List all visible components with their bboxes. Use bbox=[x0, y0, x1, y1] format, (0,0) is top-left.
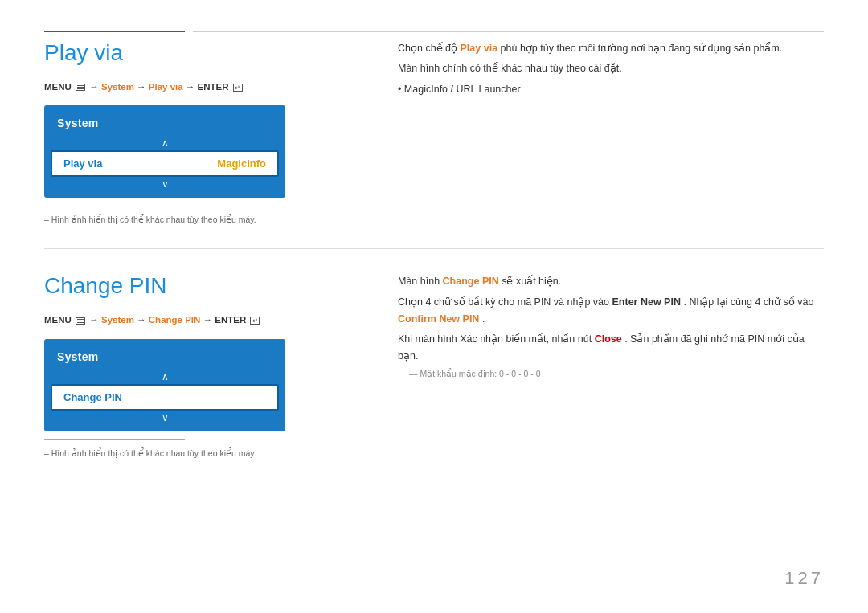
section-change-pin: Change PIN MENU → System → Change PIN → … bbox=[44, 273, 824, 457]
item-label-playvia: Play via bbox=[63, 157, 102, 170]
section-play-via: Play via MENU → System → Play via → ENTE… bbox=[44, 40, 824, 224]
section1-menu-path: MENU → System → Play via → ENTER ↵ bbox=[44, 80, 358, 94]
bullet-urllauncher: URL Launcher bbox=[457, 84, 521, 95]
section1-image-note: – Hình ảnh hiển thị có thể khác nhau tùy… bbox=[44, 215, 358, 224]
section2-right: Màn hình Change PIN sẽ xuất hiện. Chọn 4… bbox=[382, 273, 824, 457]
page-number: 127 bbox=[784, 568, 824, 589]
section1-desc2: Màn hình chính có thể khác nhau tùy theo… bbox=[398, 60, 824, 77]
section2-title: Change PIN bbox=[44, 273, 358, 299]
menu-item-changepin: Change PIN bbox=[51, 384, 279, 411]
top-rule-left bbox=[44, 31, 185, 32]
arrow-down-2: ∨ bbox=[44, 411, 285, 425]
menu-item-playvia: Play via MagicInfo bbox=[51, 150, 279, 177]
section2-desc2: Chọn 4 chữ số bất kỳ cho mã PIN và nhập … bbox=[398, 294, 824, 329]
arrow-up-1: ∧ bbox=[44, 136, 285, 150]
system-menu-mockup-2: System ∧ Change PIN ∨ bbox=[44, 339, 285, 431]
path-changepin: Change PIN bbox=[149, 315, 201, 325]
section1-bullets: MagicInfo / URL Launcher bbox=[398, 81, 824, 98]
arrow-down-1: ∨ bbox=[44, 177, 285, 191]
section2-desc1: Màn hình Change PIN sẽ xuất hiện. bbox=[398, 273, 824, 290]
section2-image-note: – Hình ảnh hiển thị có thể khác nhau tùy… bbox=[44, 448, 358, 458]
section1-desc1: Chọn chế độ Play via Chọn chế độ Play vi… bbox=[398, 40, 824, 57]
enter-icon: ↵ bbox=[233, 84, 243, 92]
menu-icon bbox=[76, 84, 85, 91]
section1-title: Play via bbox=[44, 40, 358, 66]
system-menu-header-1: System bbox=[44, 112, 285, 136]
desc1-changepin: Change PIN bbox=[443, 276, 499, 287]
section-divider bbox=[44, 248, 824, 249]
path-playvia: Play via bbox=[149, 82, 183, 92]
path-system: System bbox=[101, 82, 134, 92]
section2-sub-note: Mật khẩu mặc định: 0 - 0 - 0 - 0 bbox=[398, 369, 824, 378]
menu-label-2: MENU bbox=[44, 315, 72, 325]
section1-left: Play via MENU → System → Play via → ENTE… bbox=[44, 40, 382, 224]
bullet-item-1: MagicInfo / URL Launcher bbox=[398, 81, 824, 98]
section2-menu-path: MENU → System → Change PIN → ENTER ↵ bbox=[44, 313, 358, 327]
item-label-changepin: Change PIN bbox=[63, 391, 122, 403]
section2-desc3: Khi màn hình Xác nhận biến mất, nhấn nút… bbox=[398, 331, 824, 366]
system-menu-mockup-1: System ∧ Play via MagicInfo ∨ bbox=[44, 105, 285, 198]
bullet-magicinfo: MagicInfo bbox=[404, 84, 448, 95]
item-value-playvia: MagicInfo bbox=[217, 157, 266, 170]
top-rule-right bbox=[193, 31, 824, 32]
note-divider-2 bbox=[44, 439, 185, 440]
menu-label: MENU bbox=[44, 82, 72, 92]
section1-right: Chọn chế độ Play via Chọn chế độ Play vi… bbox=[382, 40, 824, 224]
arrow-up-2: ∧ bbox=[44, 370, 285, 384]
enter-icon-2: ↵ bbox=[250, 317, 260, 325]
path-system-2: System bbox=[101, 315, 134, 325]
menu-icon-2 bbox=[76, 317, 85, 325]
section2-left: Change PIN MENU → System → Change PIN → … bbox=[44, 273, 382, 457]
note-divider-1 bbox=[44, 206, 185, 206]
desc1-playvia: Play via bbox=[461, 43, 498, 54]
system-menu-header-2: System bbox=[44, 345, 285, 370]
